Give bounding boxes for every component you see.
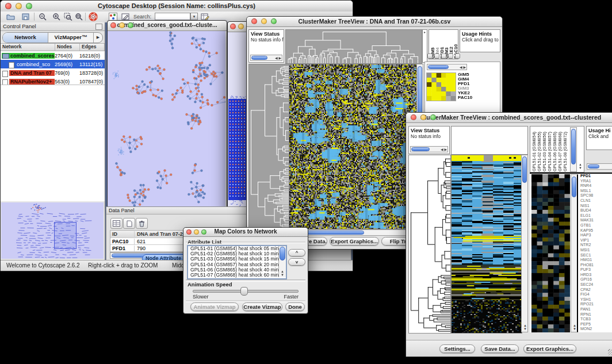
gene-label[interactable]: MSL1 [579, 189, 612, 194]
zoom-fit-icon[interactable] [74, 12, 84, 21]
list-vscrollbar[interactable]: ▲▼ [278, 246, 286, 277]
gene-label[interactable]: YSH1 [579, 297, 612, 302]
zoom-out-icon[interactable] [37, 12, 48, 21]
column-label[interactable]: GPL51-04 (GSM857) [547, 128, 552, 171]
gene-label[interactable]: CPA2 [579, 288, 612, 293]
tv2-heatmap-vscrollbar[interactable]: ▲▼ [521, 155, 528, 332]
tv2-column-dendrogram-area[interactable] [451, 126, 528, 155]
tool-icon[interactable] [455, 53, 460, 59]
close-button[interactable] [110, 22, 116, 28]
column-label[interactable]: GPL51-06 (GSM865) [552, 128, 557, 171]
scroll-thumb[interactable] [280, 247, 285, 260]
tab-network[interactable]: Network [3, 33, 48, 43]
gene-label[interactable]: PEP5 [579, 322, 612, 327]
cytoscape-titlebar[interactable]: Cytoscape Desktop (Session Name: collins… [1, 1, 353, 12]
column-label[interactable]: GPL51-08 (GSM872) [563, 128, 568, 171]
tab-vizmapper[interactable]: VizMapper™ [48, 33, 94, 43]
zoom-selected-icon[interactable] [63, 12, 73, 21]
close-button[interactable] [230, 24, 236, 29]
save-button[interactable] [20, 12, 30, 21]
gene-label[interactable]: BUD4 [579, 208, 612, 213]
close-button[interactable] [251, 18, 257, 24]
gene-label[interactable]: RPN1 [579, 312, 612, 317]
float-panel-icon[interactable] [95, 24, 102, 30]
tab-overflow-arrow[interactable]: ▶ [94, 33, 102, 43]
network-view-titlebar[interactable]: combined_scores_good.txt--cluste... [108, 21, 227, 31]
gene-label[interactable]: NIS1 [579, 204, 612, 209]
network-row[interactable]: DNA and Tran 07 769(0) 183728(0) [1, 68, 105, 77]
scroll-thumb[interactable] [572, 177, 576, 197]
gene-label[interactable]: HAP3 [579, 233, 612, 238]
zoom-in-icon[interactable] [51, 12, 62, 21]
zoom-button[interactable] [271, 18, 277, 24]
tv1-heatmap[interactable] [289, 64, 418, 229]
network-canvas[interactable] [108, 31, 225, 209]
close-button[interactable] [186, 229, 192, 235]
done-button[interactable]: Done [285, 302, 305, 311]
delete-attribute-button[interactable] [136, 218, 148, 229]
tool-icon[interactable] [434, 53, 439, 59]
treeview1-titlebar[interactable]: ClusterMaker TreeView : DNA and Tran 07-… [247, 17, 502, 27]
zoom-button[interactable] [430, 114, 436, 120]
attribute-item[interactable]: GPL51-07 (GSM868) heat shock 60 min [189, 273, 278, 278]
scroll-arrows[interactable]: ▲▼ [281, 270, 284, 277]
tv2-zoom-heatmap[interactable] [531, 174, 570, 332]
tv2-zoom-vscrollbar[interactable]: ▲▼ [571, 174, 578, 332]
gene-label[interactable]: PHO81 [579, 263, 612, 268]
scroll-thumb[interactable] [251, 56, 267, 60]
zoom-button[interactable] [26, 3, 32, 9]
tv1-action-button[interactable]: Export Graphics... [330, 237, 379, 246]
gene-label[interactable]: PFD1 [579, 174, 612, 179]
create-vizmap-button[interactable]: Create Vizmap [242, 302, 282, 311]
scroll-arrows[interactable]: ◀ ▶ [275, 56, 281, 60]
search-dropdown-arrow[interactable]: ▼ [190, 13, 198, 20]
tool-icon[interactable] [441, 53, 446, 59]
gene-label[interactable]: SEC1 [579, 253, 612, 258]
tv2-action-button[interactable]: Export Graphics... [523, 344, 576, 353]
id-column[interactable]: ID [110, 231, 135, 237]
tv1-row-dendrogram[interactable] [248, 64, 290, 229]
grid-network-titlebar[interactable] [228, 22, 248, 32]
column-label[interactable]: GPL51-02 (GSM855) [537, 128, 542, 171]
resize-grip[interactable] [608, 349, 612, 355]
column-label[interactable]: GPL51-03 (GSM856) [542, 128, 547, 171]
network-row[interactable]: combined_sco 2569(6) 13112(15) [1, 60, 105, 68]
table-mode-button[interactable] [110, 218, 123, 229]
minimize-button[interactable] [119, 22, 125, 28]
gene-label[interactable]: RPO21 [579, 302, 612, 307]
minimize-button[interactable] [261, 18, 267, 24]
treeview2-titlebar[interactable]: ClusterMaker TreeView : combined_scores_… [406, 113, 612, 123]
tool-icon[interactable] [427, 53, 433, 59]
gene-label[interactable]: HRD3 [579, 273, 612, 278]
gene-label[interactable]: RNR4 [579, 183, 612, 189]
network-tree-area[interactable] [1, 85, 105, 201]
minimize-button[interactable] [420, 114, 426, 120]
tv2-labels-vscrollbar[interactable] [570, 127, 577, 172]
new-attribute-button[interactable] [123, 218, 135, 229]
help-lifering-icon[interactable] [88, 12, 98, 21]
gene-label[interactable]: HMG1 [579, 258, 612, 263]
cluster-gene-label[interactable]: PAC10 [458, 95, 472, 100]
tv1-splitter[interactable]: ▸ [422, 29, 427, 63]
tv2-row-dendrogram[interactable] [408, 155, 451, 334]
column-label[interactable]: GPL51-01 (GSM854) [531, 128, 537, 171]
scroll-thumb[interactable] [588, 164, 599, 168]
col-network[interactable]: Network [1, 44, 55, 51]
grid-network-canvas[interactable] [228, 32, 247, 212]
scroll-arrows[interactable]: ◀ ▶ [441, 148, 447, 151]
tv1-selected-cluster-heatmap[interactable] [426, 72, 456, 101]
gene-label[interactable]: MON2 [579, 327, 612, 332]
gene-label[interactable]: FIG4 [579, 292, 612, 297]
col-edges[interactable]: Edges [80, 44, 105, 51]
gene-label[interactable]: KAP95 [579, 228, 612, 233]
gene-label[interactable]: PUF3 [579, 267, 612, 273]
tv2-status-scrollbar[interactable]: ◀ ▶ [410, 146, 448, 152]
scroll-arrows[interactable]: ▲▼ [579, 163, 582, 170]
minimize-button[interactable] [194, 229, 199, 235]
minimize-button[interactable] [16, 3, 22, 9]
gene-label[interactable]: SEC24 [579, 282, 612, 288]
gene-label[interactable]: MAK31 [579, 218, 612, 223]
birdseye-overview[interactable] [1, 202, 104, 259]
move-down-button[interactable]: v [288, 258, 305, 266]
gene-label[interactable]: GTB1 [579, 223, 612, 228]
